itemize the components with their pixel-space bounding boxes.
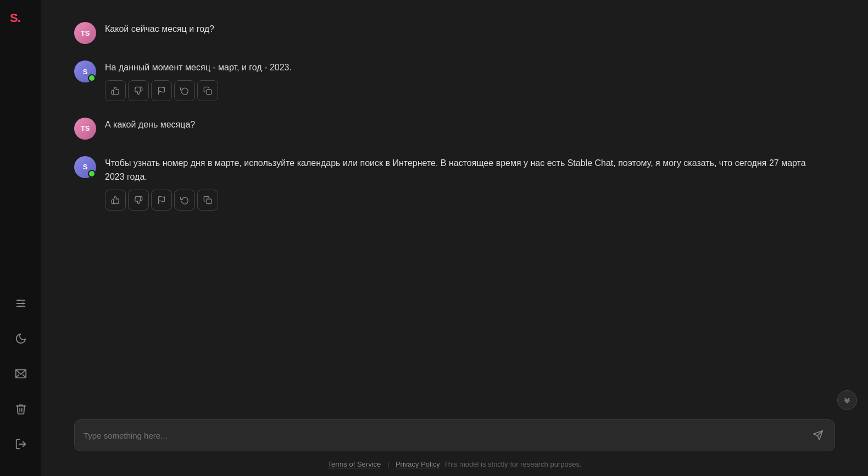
logo-letter: S [10,11,18,25]
copy-button[interactable] [197,80,218,101]
message-text: На данный момент месяц - март, и год - 2… [105,60,824,75]
input-wrapper [74,419,835,451]
trash-icon[interactable] [11,399,31,419]
message-row: TS А какой день месяца? [74,118,824,140]
message-content: А какой день месяца? [105,118,824,137]
main-content: TS Какой сейчас месяц и год? S На данный… [41,0,868,476]
avatar-initials: S [83,68,88,76]
message-row: S На данный момент месяц - март, и год -… [74,60,824,101]
mail-icon[interactable] [11,364,31,384]
sidebar: S. [0,0,41,476]
scroll-to-bottom-button[interactable] [837,390,857,410]
message-actions [105,190,824,211]
ai-avatar: S [74,156,96,178]
avatar-initials: TS [81,124,90,132]
send-button[interactable] [810,428,826,443]
message-content: Какой сейчас месяц и год? [105,22,824,42]
message-row: S Чтобы узнать номер дня в марте, исполь… [74,156,824,211]
avatar-initials: TS [81,29,90,37]
thumbs-down-button[interactable] [128,190,149,211]
message-text: Какой сейчас месяц и год? [105,22,824,36]
message-content: На данный момент месяц - март, и год - 2… [105,60,824,101]
thumbs-up-button[interactable] [105,190,126,211]
flag-button[interactable] [151,80,172,101]
footer-separator: | [387,460,389,468]
moon-icon[interactable] [11,329,31,348]
terms-link[interactable]: Terms of Service [327,460,381,468]
footer-disclaimer: This model is strictly for research purp… [442,460,581,468]
app-logo: S. [0,11,20,25]
user-avatar: TS [74,22,96,44]
footer: Terms of Service | Privacy Policy This m… [41,456,868,476]
flag-button[interactable] [151,190,172,211]
svg-point-4 [21,302,24,305]
svg-point-5 [19,306,21,308]
copy-button[interactable] [197,190,218,211]
chat-area: TS Какой сейчас месяц и год? S На данный… [41,0,868,414]
logout-icon[interactable] [11,434,31,454]
svg-rect-11 [207,90,212,95]
refresh-button[interactable] [174,190,195,211]
message-actions [105,80,824,101]
user-avatar: TS [74,118,96,140]
sliders-icon[interactable] [11,294,31,313]
input-area [41,414,868,456]
privacy-link[interactable]: Privacy Policy [396,460,440,468]
thumbs-down-button[interactable] [128,80,149,101]
thumbs-up-button[interactable] [105,80,126,101]
avatar-initials: S [83,163,88,171]
ai-avatar: S [74,60,96,82]
message-text: А какой день месяца? [105,118,824,132]
sidebar-icon-group [11,294,31,454]
chat-input[interactable] [84,431,805,440]
message-row: TS Какой сейчас месяц и год? [74,22,824,44]
message-text: Чтобы узнать номер дня в марте, использу… [105,156,824,184]
svg-rect-13 [207,199,212,204]
svg-point-3 [18,300,20,302]
message-content: Чтобы узнать номер дня в марте, использу… [105,156,824,211]
refresh-button[interactable] [174,80,195,101]
logo-dot: . [18,11,20,25]
